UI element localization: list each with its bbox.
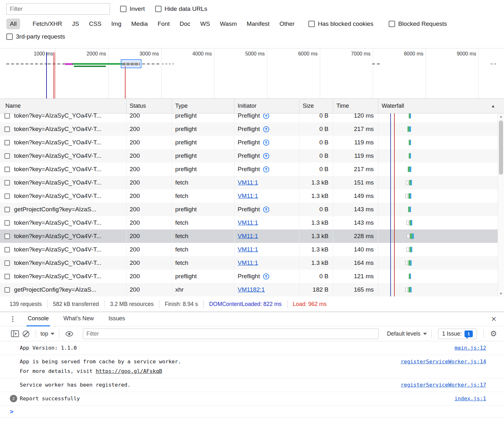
row-checkbox[interactable] [4, 167, 10, 172]
preflight-icon[interactable] [263, 139, 270, 146]
initiator-link[interactable]: VM11:1 [238, 233, 258, 240]
column-header-size[interactable]: Size [299, 99, 333, 113]
row-checkbox[interactable] [4, 274, 10, 279]
initiator-link[interactable]: VM11:1 [238, 179, 258, 186]
waterfall-cell[interactable] [378, 113, 504, 122]
waterfall-cell[interactable] [378, 189, 504, 203]
column-header-type[interactable]: Type [172, 99, 234, 113]
network-request-row-selected[interactable]: token?key=AIzaSyC_YOa4V-T... 200 fetch V… [0, 229, 504, 243]
row-checkbox[interactable] [4, 140, 10, 145]
waterfall-cell[interactable] [378, 136, 504, 149]
waterfall-cell[interactable] [378, 122, 504, 136]
row-checkbox[interactable] [4, 220, 10, 226]
request-initiator[interactable]: Preflight [238, 126, 260, 133]
network-request-row[interactable]: token?key=AIzaSyC_YOa4V-T... 200 fetch V… [0, 216, 504, 229]
network-overview-timeline[interactable]: 1000 ms 2000 ms 3000 ms 4000 ms 5000 ms … [0, 48, 504, 99]
row-checkbox[interactable] [4, 180, 10, 185]
type-filter-css[interactable]: CSS [85, 18, 105, 29]
network-request-row[interactable]: token?key=AIzaSyC_YOa4V-T... 200 preflig… [0, 122, 504, 136]
drawer-menu-icon[interactable] [12, 316, 13, 322]
hide-data-urls-checkbox[interactable] [155, 6, 162, 12]
network-filter-input[interactable] [6, 3, 110, 15]
request-initiator[interactable]: Preflight [238, 152, 260, 159]
network-request-row[interactable]: token?key=AIzaSyC_YOa4V-T... 200 preflig… [0, 149, 504, 163]
initiator-link[interactable]: VM11:1 [238, 246, 258, 253]
type-filter-img[interactable]: Img [108, 18, 125, 29]
scrollbar-thumb[interactable] [499, 120, 503, 175]
waterfall-cell[interactable] [378, 163, 504, 176]
console-message[interactable]: Service worker has been registered. regi… [0, 378, 504, 392]
console-message[interactable]: 2 Report successfully index.js:1 [0, 392, 504, 405]
preflight-icon[interactable] [263, 126, 270, 133]
network-request-row[interactable]: token?key=AIzaSyC_YOa4V-T... 200 preflig… [0, 270, 504, 283]
console-sidebar-icon[interactable] [10, 328, 20, 339]
row-checkbox[interactable] [4, 260, 10, 266]
row-checkbox[interactable] [4, 113, 10, 119]
waterfall-cell[interactable] [378, 176, 504, 189]
network-request-row[interactable]: token?key=AIzaSyC_YOa4V-T... 200 preflig… [0, 136, 504, 149]
network-request-row[interactable]: token?key=AIzaSyC_YOa4V-T... 200 preflig… [0, 113, 504, 122]
initiator-link[interactable]: VM11:1 [238, 193, 258, 200]
column-header-status[interactable]: Status [126, 99, 172, 113]
request-initiator[interactable]: Preflight [238, 273, 260, 280]
column-header-waterfall[interactable]: Waterfall ▲ [378, 99, 504, 113]
row-checkbox[interactable] [4, 207, 10, 212]
message-source-link[interactable]: main.js:12 [455, 343, 486, 353]
tab-console[interactable]: Console [26, 312, 50, 326]
column-header-name[interactable]: Name [0, 99, 126, 113]
row-checkbox[interactable] [4, 234, 10, 239]
has-blocked-cookies-checkbox[interactable] [308, 21, 315, 27]
message-inline-link[interactable]: https://goo.gl/AFskqB [96, 368, 162, 374]
tab-whats-new[interactable]: What's New [62, 312, 95, 326]
waterfall-cell[interactable] [378, 243, 504, 256]
preflight-icon[interactable] [263, 166, 270, 173]
type-filter-ws[interactable]: WS [197, 18, 214, 29]
waterfall-cell[interactable] [378, 256, 504, 270]
network-request-row[interactable]: token?key=AIzaSyC_YOa4V-T... 200 fetch V… [0, 176, 504, 189]
network-request-row[interactable]: token?key=AIzaSyC_YOa4V-T... 200 fetch V… [0, 243, 504, 256]
network-request-row[interactable]: token?key=AIzaSyC_YOa4V-T... 200 preflig… [0, 163, 504, 176]
waterfall-cell[interactable] [378, 216, 504, 229]
waterfall-cell[interactable] [378, 283, 504, 296]
clear-console-icon[interactable] [20, 328, 31, 339]
blocked-requests-checkbox[interactable] [389, 21, 395, 27]
log-levels-selector[interactable]: Default levels [387, 331, 427, 337]
preflight-icon[interactable] [263, 273, 270, 280]
context-selector[interactable]: top [40, 331, 54, 337]
issues-counter[interactable]: 1 Issue: 1 [438, 329, 477, 339]
type-filter-manifest[interactable]: Manifest [243, 18, 273, 29]
waterfall-cell[interactable] [378, 149, 504, 163]
waterfall-cell[interactable] [378, 203, 504, 216]
initiator-link[interactable]: VM1182:1 [238, 286, 265, 293]
close-drawer-icon[interactable]: × [491, 315, 496, 323]
console-settings-gear-icon[interactable]: ⚙ [488, 328, 499, 339]
type-filter-doc[interactable]: Doc [176, 18, 194, 29]
waterfall-cell[interactable] [378, 270, 504, 283]
row-checkbox[interactable] [4, 127, 10, 132]
tab-issues[interactable]: Issues [107, 312, 126, 326]
network-request-row[interactable]: token?key=AIzaSyC_YOa4V-T... 200 fetch V… [0, 189, 504, 203]
preflight-icon[interactable] [263, 113, 270, 119]
timeline-selection-box[interactable] [121, 59, 141, 68]
request-initiator[interactable]: Preflight [238, 139, 260, 146]
row-checkbox[interactable] [4, 153, 10, 159]
message-source-link[interactable]: registerServiceWorker.js:14 [401, 357, 486, 367]
preflight-icon[interactable] [263, 153, 270, 159]
network-request-row[interactable]: token?key=AIzaSyC_YOa4V-T... 200 fetch V… [0, 256, 504, 270]
preflight-icon[interactable] [263, 206, 270, 213]
scroll-up-icon[interactable]: ▲ [498, 114, 504, 118]
sort-ascending-icon[interactable]: ▲ [491, 104, 495, 108]
row-checkbox[interactable] [4, 193, 10, 199]
type-filter-js[interactable]: JS [68, 18, 83, 29]
network-request-row[interactable]: getProjectConfig?key=AIzaS... 200 xhr VM… [0, 283, 504, 296]
request-initiator[interactable]: Preflight [238, 166, 260, 173]
row-checkbox[interactable] [4, 287, 10, 293]
column-header-time[interactable]: Time [333, 99, 378, 113]
type-filter-fetch-xhr[interactable]: Fetch/XHR [29, 18, 66, 29]
type-filter-font[interactable]: Font [154, 18, 173, 29]
message-source-link[interactable]: index.js:1 [455, 394, 486, 403]
initiator-link[interactable]: VM11:1 [238, 259, 258, 266]
console-message[interactable]: App Version: 1.1.0 main.js:12 [0, 341, 504, 355]
console-prompt[interactable]: > [0, 405, 504, 418]
third-party-requests-checkbox[interactable] [6, 33, 13, 40]
